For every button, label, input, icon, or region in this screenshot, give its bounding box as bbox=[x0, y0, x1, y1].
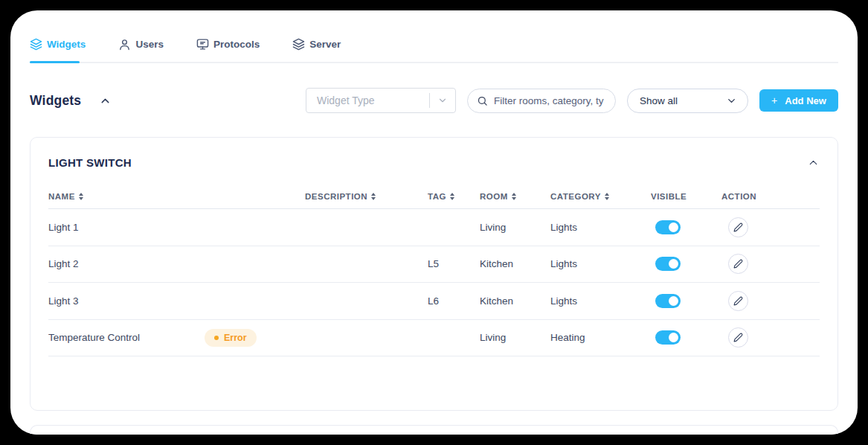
next-widget-card-partial bbox=[30, 425, 838, 435]
tab-divider bbox=[30, 62, 838, 63]
cell-tag: L6 bbox=[428, 295, 480, 307]
show-all-select[interactable]: Show all bbox=[627, 89, 748, 113]
card-header: LIGHT SWITCH bbox=[48, 138, 820, 169]
cell-room: Living bbox=[480, 222, 550, 233]
visible-toggle[interactable] bbox=[655, 330, 681, 345]
tab-protocols[interactable]: Protocols bbox=[196, 38, 260, 51]
tab-users[interactable]: Users bbox=[118, 38, 164, 51]
sort-up-arrow bbox=[371, 193, 376, 196]
column-label: TAG bbox=[428, 192, 446, 201]
search-field bbox=[467, 89, 616, 113]
cell-name: Temperature ControlError bbox=[48, 332, 305, 343]
filter-controls: Widget Type Show all + Add Ne bbox=[306, 88, 838, 113]
tab-bar: Widgets Users Protocols Server bbox=[30, 10, 838, 51]
add-new-label: Add New bbox=[785, 95, 826, 106]
edit-button[interactable] bbox=[728, 254, 748, 274]
server-icon bbox=[292, 38, 305, 51]
cell-visible bbox=[651, 220, 721, 234]
edit-button[interactable] bbox=[728, 327, 748, 348]
pencil-icon bbox=[733, 333, 743, 342]
chevron-up-icon[interactable] bbox=[99, 95, 112, 107]
cell-category: Heating bbox=[550, 332, 651, 343]
search-icon bbox=[477, 95, 488, 106]
tab-label: Users bbox=[135, 39, 164, 50]
toggle-knob bbox=[669, 222, 678, 232]
column-label: ROOM bbox=[480, 192, 508, 201]
cell-visible bbox=[651, 257, 721, 271]
cell-name: Light 1 bbox=[48, 222, 305, 233]
cell-name: Light 3 bbox=[48, 295, 305, 307]
show-all-value: Show all bbox=[640, 95, 726, 106]
column-header-room[interactable]: ROOM bbox=[480, 192, 550, 201]
widget-name: Light 3 bbox=[48, 295, 79, 307]
cell-action bbox=[721, 217, 820, 237]
sort-down-arrow bbox=[79, 197, 83, 200]
tab-label: Protocols bbox=[213, 39, 260, 50]
sort-up-arrow bbox=[605, 193, 609, 196]
column-header-category[interactable]: CATEGORY bbox=[550, 192, 651, 201]
sort-icon bbox=[79, 193, 83, 200]
sort-up-arrow bbox=[512, 193, 516, 196]
column-header-visible: VISIBLE bbox=[651, 192, 721, 201]
chevron-down-icon bbox=[726, 95, 737, 106]
cell-room: Living bbox=[480, 332, 550, 343]
cell-action bbox=[721, 254, 820, 274]
toolbar: Widgets Widget Type Show all bbox=[30, 88, 838, 113]
widget-type-placeholder: Widget Type bbox=[317, 95, 429, 106]
column-label: VISIBLE bbox=[651, 192, 687, 201]
cell-room: Kitchen bbox=[480, 258, 550, 269]
chevron-down-icon bbox=[430, 95, 455, 106]
sort-down-arrow bbox=[512, 197, 516, 200]
tab-server[interactable]: Server bbox=[292, 38, 341, 51]
pencil-icon bbox=[733, 259, 743, 269]
visible-toggle[interactable] bbox=[655, 220, 681, 234]
column-label: DESCRIPTION bbox=[305, 192, 367, 201]
status-label: Error bbox=[224, 333, 247, 343]
column-label: NAME bbox=[48, 192, 75, 201]
cell-visible bbox=[651, 294, 721, 308]
column-header-action: ACTION bbox=[721, 192, 820, 201]
column-header-description[interactable]: DESCRIPTION bbox=[305, 192, 428, 201]
visible-toggle[interactable] bbox=[655, 294, 681, 308]
toggle-knob bbox=[669, 333, 678, 342]
edit-button[interactable] bbox=[728, 217, 748, 237]
cell-room: Kitchen bbox=[480, 295, 550, 307]
light-switch-card: LIGHT SWITCH NAMEDESCRIPTIONTAGROOMCATEG… bbox=[30, 137, 838, 411]
sort-icon bbox=[605, 193, 609, 200]
status-dot-icon bbox=[214, 336, 219, 340]
plus-icon: + bbox=[771, 95, 777, 106]
table-row: Light 3L6KitchenLights bbox=[48, 283, 820, 320]
sort-icon bbox=[512, 193, 516, 200]
add-new-button[interactable]: + Add New bbox=[759, 89, 838, 112]
sort-down-arrow bbox=[371, 197, 376, 200]
chevron-up-icon[interactable] bbox=[807, 156, 820, 169]
table-row: Light 1LivingLights bbox=[48, 209, 820, 246]
pencil-icon bbox=[733, 222, 743, 232]
widget-type-select[interactable]: Widget Type bbox=[306, 88, 456, 113]
cell-name: Light 2 bbox=[48, 258, 305, 269]
cell-action bbox=[721, 327, 820, 348]
column-header-tag[interactable]: TAG bbox=[428, 192, 480, 201]
column-header-name[interactable]: NAME bbox=[48, 192, 305, 201]
tab-label: Server bbox=[309, 39, 341, 50]
tab-widgets[interactable]: Widgets bbox=[30, 38, 86, 51]
status-badge: Error bbox=[205, 329, 257, 347]
search-input[interactable] bbox=[494, 95, 608, 106]
table-body: Light 1LivingLightsLight 2L5KitchenLight… bbox=[48, 209, 820, 356]
user-icon bbox=[118, 38, 131, 51]
pencil-icon bbox=[733, 296, 743, 306]
widget-name: Light 1 bbox=[48, 222, 79, 233]
table-row: Temperature ControlErrorLivingHeating bbox=[48, 320, 820, 357]
cell-action bbox=[721, 291, 820, 311]
sort-up-arrow bbox=[79, 193, 83, 196]
sort-icon bbox=[450, 193, 454, 200]
toggle-knob bbox=[669, 296, 678, 306]
table-row: Light 2L5KitchenLights bbox=[48, 246, 820, 284]
edit-button[interactable] bbox=[728, 291, 748, 311]
protocols-icon bbox=[196, 38, 209, 51]
app-panel: Widgets Users Protocols Server Widgets bbox=[10, 10, 858, 435]
toggle-knob bbox=[669, 259, 678, 269]
widget-name: Temperature Control bbox=[48, 332, 140, 343]
visible-toggle[interactable] bbox=[655, 257, 681, 271]
tab-label: Widgets bbox=[47, 39, 86, 50]
